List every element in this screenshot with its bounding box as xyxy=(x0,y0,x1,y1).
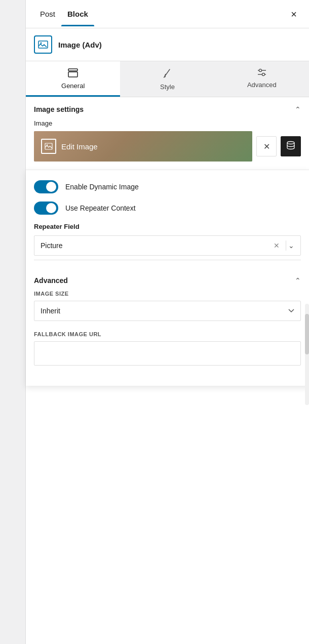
image-settings-header[interactable]: Image settings ⌃ xyxy=(34,97,301,119)
image-settings-title: Image settings xyxy=(34,105,84,113)
image-row: Edit Image ✕ xyxy=(34,131,301,162)
image-size-field: IMAGE SIZE Inherit Thumbnail Medium Larg… xyxy=(34,291,301,321)
fallback-url-label: FALLBACK IMAGE URL xyxy=(34,331,301,337)
use-repeater-row: Use Repeater Context xyxy=(34,202,301,215)
repeater-field-group: Repeater Field Picture ✕ ⌄ xyxy=(34,223,301,256)
advanced-subsection: Advanced ⌃ IMAGE SIZE Inherit Thumbnail … xyxy=(34,268,301,366)
svg-point-7 xyxy=(262,73,264,76)
fallback-url-input[interactable] xyxy=(34,341,301,366)
use-repeater-toggle[interactable] xyxy=(34,202,58,215)
block-icon xyxy=(34,35,52,54)
svg-point-1 xyxy=(41,43,42,44)
image-size-select[interactable]: Inherit Thumbnail Medium Large Full xyxy=(34,301,301,321)
header-tabs: Post Block × xyxy=(26,0,309,28)
tab-block[interactable]: Block xyxy=(61,2,94,26)
scrollbar-thumb[interactable] xyxy=(305,314,309,354)
enable-dynamic-row: Enable Dynamic Image xyxy=(34,180,301,193)
repeater-field-label: Repeater Field xyxy=(34,223,301,230)
advanced-chevron: ⌃ xyxy=(295,276,301,285)
image-settings-section: Image settings ⌃ Image Edit Image ✕ xyxy=(26,97,309,170)
advanced-section-title: Advanced xyxy=(34,276,68,285)
image-size-label: IMAGE SIZE xyxy=(34,291,301,297)
block-title-bar: Image (Adv) xyxy=(26,28,309,61)
repeater-field-select[interactable]: Picture ✕ ⌄ xyxy=(34,235,301,256)
sub-tab-advanced[interactable]: Advanced xyxy=(215,61,309,97)
fallback-url-field: FALLBACK IMAGE URL xyxy=(34,331,301,366)
tab-post[interactable]: Post xyxy=(34,2,61,26)
sub-tab-style[interactable]: Style xyxy=(120,61,214,97)
dynamic-image-button[interactable] xyxy=(281,136,301,156)
close-button[interactable]: × xyxy=(287,5,301,23)
block-title-text: Image (Adv) xyxy=(58,41,102,49)
enable-dynamic-toggle[interactable] xyxy=(34,180,58,193)
sub-tab-advanced-label: Advanced xyxy=(247,81,277,89)
panel-divider xyxy=(34,260,301,260)
advanced-section-header[interactable]: Advanced ⌃ xyxy=(34,268,301,291)
clear-icon: ✕ xyxy=(263,142,270,151)
dynamic-panel: Enable Dynamic Image Use Repeater Contex… xyxy=(26,170,309,386)
style-icon xyxy=(163,68,172,80)
svg-point-9 xyxy=(47,144,48,145)
image-settings-chevron: ⌃ xyxy=(295,105,301,113)
sub-tab-style-label: Style xyxy=(160,83,175,91)
svg-rect-2 xyxy=(68,69,78,71)
enable-dynamic-label: Enable Dynamic Image xyxy=(65,183,139,191)
edit-image-text: Edit Image xyxy=(61,142,98,151)
advanced-icon xyxy=(257,68,267,78)
repeater-field-value: Picture xyxy=(41,242,63,250)
sub-tab-general-label: General xyxy=(61,82,85,90)
repeater-clear-icon[interactable]: ✕ xyxy=(269,242,284,250)
database-icon xyxy=(286,141,295,152)
use-repeater-label: Use Repeater Context xyxy=(65,204,136,212)
general-icon xyxy=(68,68,78,79)
clear-image-button[interactable]: ✕ xyxy=(256,136,277,156)
repeater-arrow-icon[interactable]: ⌄ xyxy=(288,242,294,250)
scrollbar-track[interactable] xyxy=(305,304,309,405)
sub-tabs-bar: General Style Advanced xyxy=(26,61,309,97)
sub-tab-general[interactable]: General xyxy=(26,61,120,97)
svg-rect-3 xyxy=(68,72,78,77)
edit-image-button[interactable]: Edit Image xyxy=(34,131,252,162)
image-label: Image xyxy=(34,119,301,127)
edit-image-icon xyxy=(41,139,56,154)
select-divider xyxy=(286,240,286,251)
svg-point-10 xyxy=(287,142,294,144)
svg-point-5 xyxy=(259,69,261,72)
